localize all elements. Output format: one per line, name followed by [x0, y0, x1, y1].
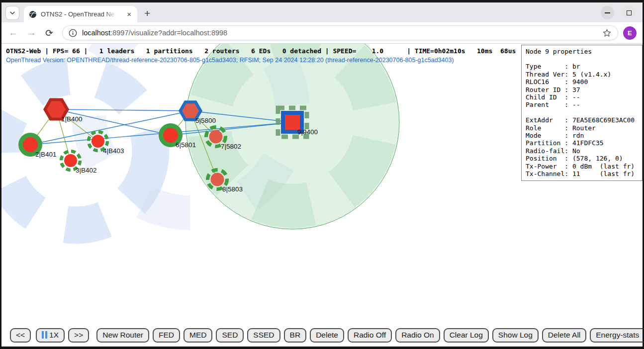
node-properties-title: Node 9 properties	[526, 48, 638, 55]
speed-down-button[interactable]: <<	[10, 328, 31, 343]
status-bar: OTNS2-Web | FPS= 66 | 1 leaders 1 partit…	[6, 47, 516, 55]
new-router-button[interactable]: New Router	[96, 328, 149, 343]
action-toolbar: <<1X>>New RouterFEDMEDSEDSSEDBRDeleteRad…	[1, 324, 643, 347]
back-button[interactable]: ←	[8, 27, 18, 38]
speed-down-button-label: <<	[16, 331, 25, 340]
chevron-down-icon	[9, 9, 16, 16]
node-properties-body: Type : br Thread Ver: 5 (v1.4.x) RLOC16 …	[526, 63, 638, 177]
med-button-label: MED	[189, 331, 206, 340]
node-b401-label: 2|B401	[35, 151, 57, 158]
reload-button[interactable]: ⟳	[45, 27, 53, 39]
tab-close-icon[interactable]: ×	[125, 9, 133, 19]
maximize-icon	[627, 10, 632, 15]
version-line: OpenThread Version: OPENTHREAD/thread-re…	[6, 57, 454, 64]
page-info-icon[interactable]	[69, 29, 77, 37]
forward-button[interactable]: →	[27, 27, 36, 38]
sed-button[interactable]: SED	[216, 328, 244, 343]
show-log-button-label: Show Log	[498, 331, 533, 340]
node-properties-panel: Node 9 properties Type : br Thread Ver: …	[521, 45, 643, 181]
radio-off-button[interactable]: Radio Off	[348, 328, 392, 343]
simulation-canvas[interactable]: 1|B4002|B4013|B4024|B4035|58006|58017|58…	[1, 44, 643, 324]
delete-all-button[interactable]: Delete All	[542, 328, 586, 343]
delete-all-button-label: Delete All	[548, 331, 580, 340]
browser-window: OTNS2 - OpenThread Ne × + ← → ⟳ localhos…	[0, 0, 644, 349]
energy-stats-button[interactable]: Energy-stats ↗	[590, 328, 644, 343]
node-5801-label: 6|5801	[176, 141, 196, 149]
clear-log-button-label: Clear Log	[450, 331, 483, 340]
site-favicon-globe-icon	[29, 10, 37, 18]
pause-icon	[42, 331, 47, 339]
node-5803[interactable]	[211, 173, 224, 186]
tab-search-button[interactable]	[6, 6, 19, 19]
tab-strip: OTNS2 - OpenThread Ne × +	[1, 2, 643, 22]
tab-title: OTNS2 - OpenThread Ne	[41, 10, 116, 18]
radio-off-button-label: Radio Off	[354, 331, 386, 340]
url-host: localhost	[82, 29, 110, 37]
node-5801[interactable]	[163, 128, 178, 143]
speed-up-button-label: >>	[74, 331, 83, 340]
pause-speed-button-label: 1X	[49, 331, 59, 340]
address-bar[interactable]: localhost:8997/visualize?addr=localhost:…	[62, 25, 618, 40]
new-router-button-label: New Router	[102, 331, 143, 340]
maximize-button[interactable]	[622, 6, 636, 19]
window-controls	[601, 6, 636, 19]
node-5802-label: 7|5802	[221, 143, 241, 150]
minimize-button[interactable]	[601, 6, 614, 19]
energy-stats-button-label: Energy-stats ↗	[596, 331, 644, 340]
node-b400-label: 1|B400	[61, 115, 83, 123]
ssed-button[interactable]: SSED	[247, 328, 280, 343]
speed-up-button[interactable]: >>	[68, 328, 89, 343]
fed-button[interactable]: FED	[153, 328, 180, 343]
node-b402[interactable]	[64, 154, 77, 167]
node-b401[interactable]	[23, 137, 38, 152]
radio-on-button[interactable]: Radio On	[395, 328, 440, 343]
node-9400[interactable]	[285, 115, 300, 130]
minimize-icon	[605, 12, 610, 13]
ssed-button-label: SSED	[253, 331, 274, 340]
bookmark-star-icon[interactable]	[602, 28, 612, 38]
br-button-label: BR	[290, 331, 301, 340]
node-b402-label: 3|B402	[76, 167, 97, 174]
node-5803-label: 8|5803	[222, 185, 243, 193]
delete-button[interactable]: Delete	[310, 328, 344, 343]
url-text[interactable]: localhost:8997/visualize?addr=localhost:…	[82, 29, 598, 37]
navigation-bar: ← → ⟳ localhost:8997/visualize?addr=loca…	[1, 22, 643, 44]
node-5800-label: 5|5800	[195, 117, 216, 124]
node-9400-label: 9|9400	[297, 128, 318, 136]
node-5802[interactable]	[209, 130, 223, 144]
delete-button-label: Delete	[316, 331, 338, 340]
new-tab-button[interactable]: +	[144, 8, 150, 18]
fed-button-label: FED	[159, 331, 174, 340]
url-path: :8997/visualize?addr=localhost:8998	[110, 29, 227, 37]
node-b403[interactable]	[92, 135, 104, 148]
radio-on-button-label: Radio On	[401, 331, 434, 340]
active-tab[interactable]: OTNS2 - OpenThread Ne ×	[24, 6, 137, 22]
profile-avatar[interactable]: E	[623, 26, 637, 40]
clear-log-button[interactable]: Clear Log	[444, 328, 489, 343]
sed-button-label: SED	[222, 331, 238, 340]
node-b403-label: 4|B403	[103, 147, 124, 155]
show-log-button[interactable]: Show Log	[492, 328, 539, 343]
br-button[interactable]: BR	[284, 328, 307, 343]
med-button[interactable]: MED	[184, 328, 212, 343]
pause-speed-button[interactable]: 1X	[36, 328, 65, 343]
